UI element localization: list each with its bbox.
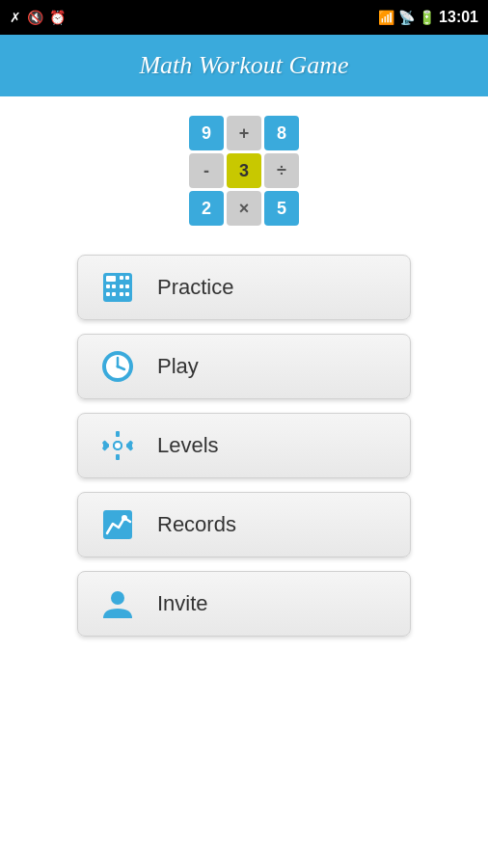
chart-icon	[97, 504, 138, 545]
menu-container: Practice Play	[0, 255, 488, 637]
svg-rect-5	[112, 285, 116, 288]
battery-icon: 🔋	[419, 10, 435, 25]
app-header: Math Workout Game	[0, 35, 488, 96]
svg-rect-11	[125, 292, 129, 296]
invite-label: Invite	[157, 591, 208, 616]
play-button[interactable]: Play	[77, 334, 411, 399]
svg-point-29	[122, 515, 127, 521]
svg-rect-9	[112, 292, 116, 296]
grid-cell-9: 9	[189, 116, 224, 150]
svg-rect-18	[116, 431, 120, 437]
records-label: Records	[157, 512, 236, 537]
grid-cell-3: 3	[227, 153, 261, 188]
levels-label: Levels	[157, 433, 219, 458]
grid-cell-plus: +	[227, 116, 261, 150]
svg-rect-6	[120, 285, 123, 288]
svg-rect-2	[120, 276, 123, 280]
status-icons-left: ✗ 🔇 ⏰	[10, 10, 66, 25]
svg-point-16	[117, 366, 120, 368]
grid-cell-2: 2	[189, 191, 224, 226]
svg-rect-3	[125, 276, 129, 280]
svg-rect-1	[106, 276, 116, 282]
grid-cell-divide: ÷	[264, 153, 299, 188]
invite-button[interactable]: Invite	[77, 571, 411, 637]
calculator-icon	[97, 267, 138, 308]
mute-icon: 🔇	[27, 10, 43, 25]
clock-icon	[97, 346, 138, 387]
svg-point-30	[111, 591, 124, 605]
svg-rect-8	[106, 292, 110, 296]
grid-cell-multiply: ×	[227, 191, 261, 226]
alarm-icon: ⏰	[49, 10, 66, 25]
grid-cell-minus: -	[189, 153, 224, 188]
svg-rect-4	[106, 285, 110, 288]
grid-cell-8: 8	[264, 116, 299, 150]
grid-cell-5: 5	[264, 191, 299, 226]
practice-button[interactable]: Practice	[77, 255, 411, 320]
main-content: 9 + 8 - 3 ÷ 2 × 5	[0, 96, 488, 637]
svg-rect-28	[103, 510, 132, 539]
app-title: Math Workout Game	[139, 51, 348, 80]
status-bar: ✗ 🔇 ⏰ 📶 📡 🔋 13:01	[0, 0, 488, 35]
wifi-icon: 📶	[378, 10, 394, 25]
svg-rect-19	[116, 454, 120, 460]
status-time: 13:01	[439, 9, 478, 26]
records-button[interactable]: Records	[77, 492, 411, 557]
status-icons-right: 📶 📡 🔋 13:01	[378, 9, 478, 26]
signal-icon: 📡	[398, 10, 415, 25]
person-icon	[97, 583, 138, 624]
levels-button[interactable]: Levels	[77, 413, 411, 478]
play-label: Play	[157, 354, 199, 379]
svg-rect-10	[120, 292, 123, 296]
math-grid: 9 + 8 - 3 ÷ 2 × 5	[189, 116, 299, 226]
bluetooth-icon: ✗	[10, 10, 21, 25]
gear-icon	[97, 425, 138, 466]
svg-rect-7	[125, 285, 129, 288]
practice-label: Practice	[157, 275, 233, 300]
svg-point-27	[115, 443, 121, 448]
